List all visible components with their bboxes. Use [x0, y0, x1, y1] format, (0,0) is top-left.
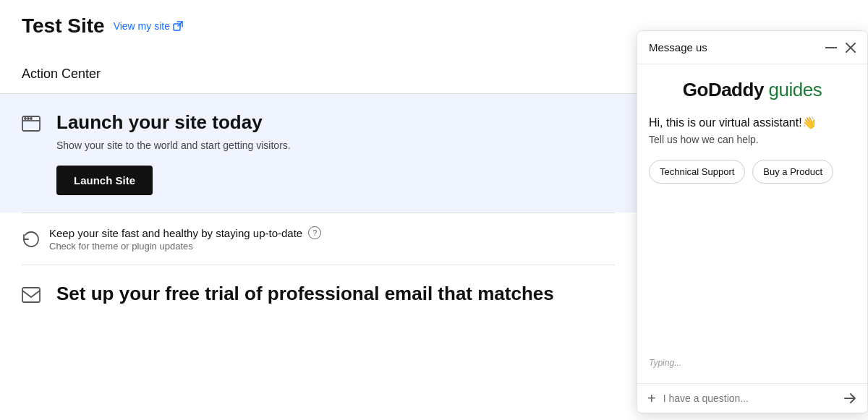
email-card-body: Set up your free trial of professional e…	[56, 283, 615, 305]
close-icon	[846, 43, 856, 53]
chat-footer: +	[637, 383, 867, 413]
svg-point-5	[30, 118, 32, 119]
external-link-icon	[173, 21, 183, 31]
browser-icon	[22, 114, 41, 133]
godaddy-logo: GoDaddy guides	[683, 79, 822, 101]
svg-point-4	[27, 118, 29, 119]
godaddy-main: GoDaddy	[683, 79, 764, 100]
launch-card: Launch your site today Show your site to…	[0, 93, 637, 213]
wave-emoji: 👋	[802, 116, 817, 129]
view-site-label: View my site	[114, 20, 170, 32]
launch-card-body: Launch your site today Show your site to…	[56, 111, 615, 195]
page-header: Test Site View my site	[22, 14, 615, 38]
email-card: Set up your free trial of professional e…	[22, 265, 615, 322]
svg-point-3	[25, 118, 26, 119]
launch-site-button[interactable]: Launch Site	[56, 166, 153, 195]
chat-typing-area: Typing...	[649, 348, 856, 369]
svg-rect-6	[22, 288, 40, 302]
update-text-group: Keep your site fast and healthy by stayi…	[49, 226, 321, 239]
launch-card-title: Launch your site today	[56, 111, 615, 134]
page-title: Test Site	[22, 14, 105, 38]
view-site-link[interactable]: View my site	[114, 20, 183, 32]
update-main-text: Keep your site fast and healthy by stayi…	[49, 227, 302, 239]
greeting-text: Hi, this is our virtual assistant!	[649, 116, 802, 129]
minimize-icon	[825, 47, 837, 48]
action-center-title: Action Center	[22, 55, 615, 93]
main-content: Test Site View my site Action Center	[0, 0, 637, 337]
email-icon-container	[22, 283, 42, 303]
update-card-content: Keep your site fast and healthy by stayi…	[49, 226, 321, 252]
chat-add-button[interactable]: +	[647, 391, 656, 406]
godaddy-guides: guides	[764, 79, 822, 100]
browser-icon-container	[22, 111, 42, 132]
send-icon	[843, 391, 857, 406]
email-card-title: Set up your free trial of professional e…	[56, 283, 615, 305]
email-icon	[22, 286, 41, 304]
chat-widget: Message us GoDaddy guides Hi, th	[637, 30, 868, 413]
chat-header-title: Message us	[649, 41, 707, 53]
launch-card-desc: Show your site to the world and start ge…	[56, 140, 615, 151]
refresh-icon	[22, 230, 41, 249]
chat-send-button[interactable]	[843, 391, 857, 406]
technical-support-button[interactable]: Technical Support	[649, 160, 745, 184]
chat-header-controls	[825, 43, 856, 53]
minimize-button[interactable]	[825, 47, 837, 48]
close-button[interactable]	[846, 43, 856, 53]
add-icon: +	[647, 391, 656, 406]
update-sub-text: Check for theme or plugin updates	[49, 241, 321, 252]
chat-sub-greeting: Tell us how we can help.	[649, 134, 856, 145]
buy-product-button[interactable]: Buy a Product	[752, 160, 833, 184]
godaddy-logo-text: GoDaddy guides	[683, 79, 822, 100]
chat-options: Technical Support Buy a Product	[649, 160, 856, 184]
typing-label: Typing...	[649, 358, 681, 368]
update-card: Keep your site fast and healthy by stayi…	[22, 213, 615, 265]
chat-greeting: Hi, this is our virtual assistant!👋	[649, 116, 856, 129]
help-icon[interactable]: ?	[308, 226, 321, 239]
chat-header: Message us	[637, 31, 867, 64]
chat-input[interactable]	[663, 393, 835, 404]
chat-body: GoDaddy guides Hi, this is our virtual a…	[637, 64, 867, 383]
